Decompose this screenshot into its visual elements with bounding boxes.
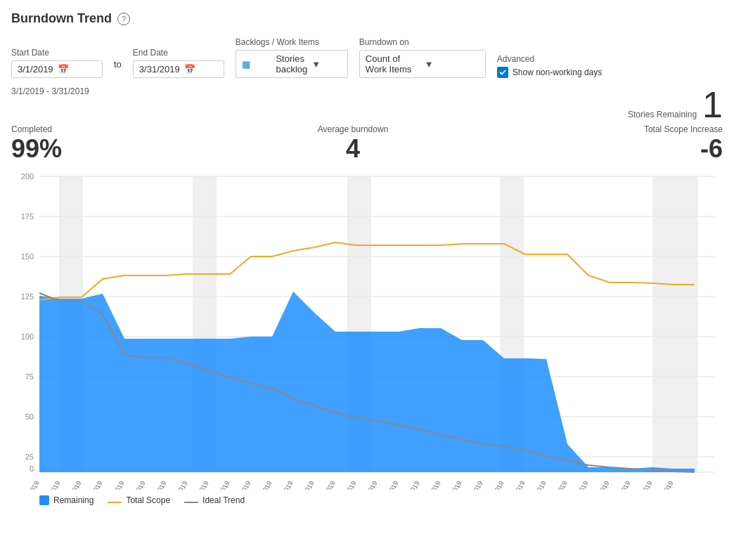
- show-nonworking-checkbox[interactable]: [497, 67, 508, 78]
- backlogs-value: Stories backlog: [276, 53, 307, 74]
- svg-text:3/17/2019: 3/17/2019: [357, 480, 379, 490]
- svg-text:100: 100: [21, 332, 34, 341]
- backlogs-dropdown[interactable]: ▦ Stories backlog ▼: [236, 50, 348, 78]
- stories-remaining-value: 1: [702, 86, 723, 123]
- svg-text:3/5/2019: 3/5/2019: [106, 480, 126, 490]
- svg-text:3/12/2019: 3/12/2019: [252, 480, 273, 490]
- avg-burndown-value: 4: [346, 134, 360, 164]
- show-nonworking-row: Show non-working days: [497, 67, 602, 78]
- svg-text:3/25/2019: 3/25/2019: [526, 480, 548, 490]
- svg-text:3/2/2019: 3/2/2019: [42, 480, 62, 490]
- calendar-icon-2: 📅: [184, 64, 195, 74]
- backlogs-group: Backlogs / Work Items ▦ Stories backlog …: [236, 37, 348, 78]
- svg-text:3/24/2019: 3/24/2019: [505, 480, 527, 490]
- svg-text:3/10/2019: 3/10/2019: [210, 480, 231, 490]
- total-scope-color: [108, 502, 122, 503]
- ideal-trend-color: [184, 502, 198, 503]
- legend-total-scope: Total Scope: [108, 495, 170, 505]
- svg-text:25: 25: [25, 452, 34, 461]
- svg-text:0: 0: [30, 464, 34, 473]
- svg-text:75: 75: [25, 372, 34, 381]
- svg-text:3/19/2019: 3/19/2019: [399, 480, 421, 490]
- end-date-input[interactable]: 3/31/2019 📅: [133, 60, 224, 78]
- total-scope-label: Total Scope: [126, 495, 170, 505]
- svg-text:3/28/2019: 3/28/2019: [589, 480, 611, 490]
- svg-text:3/23/2019: 3/23/2019: [484, 480, 506, 490]
- svg-text:3/1/2019: 3/1/2019: [21, 480, 41, 490]
- svg-text:175: 175: [21, 212, 34, 221]
- help-icon[interactable]: ?: [117, 13, 130, 25]
- start-date-input[interactable]: 3/1/2019 📅: [11, 60, 103, 78]
- advanced-group: Advanced Show non-working days: [497, 54, 602, 78]
- svg-text:3/15/2019: 3/15/2019: [315, 480, 337, 490]
- page: Burndown Trend ? Start Date 3/1/2019 📅 t…: [0, 0, 734, 560]
- ideal-trend-label: Ideal Trend: [202, 495, 245, 505]
- completed-value: 99%: [11, 134, 62, 164]
- top-stats: Completed 99% Average burndown 4 Total S…: [11, 124, 723, 164]
- svg-rect-22: [652, 176, 698, 472]
- svg-text:3/27/2019: 3/27/2019: [568, 480, 590, 490]
- total-scope-label: Total Scope Increase: [644, 124, 723, 134]
- burndown-value: Count of Work Items: [366, 53, 420, 74]
- avg-burndown-stat: Average burndown 4: [318, 124, 389, 164]
- svg-text:50: 50: [25, 412, 34, 421]
- chart-area: 200 175 150 125 100 75 50 25 0: [11, 167, 723, 505]
- svg-text:3/4/2019: 3/4/2019: [84, 480, 104, 490]
- burndown-chart: 200 175 150 125 100 75 50 25 0: [11, 167, 721, 490]
- total-scope-value: -6: [700, 134, 723, 164]
- start-date-group: Start Date 3/1/2019 📅: [11, 48, 103, 78]
- burndown-group: Burndown on Count of Work Items ▼: [359, 37, 486, 78]
- end-date-group: End Date 3/31/2019 📅: [133, 48, 224, 78]
- controls-row: Start Date 3/1/2019 📅 to End Date 3/31/2…: [11, 37, 723, 78]
- end-date-value: 3/31/2019: [139, 64, 180, 74]
- advanced-label: Advanced: [497, 54, 602, 64]
- start-date-value: 3/1/2019: [18, 64, 53, 74]
- page-title: Burndown Trend: [11, 11, 112, 26]
- svg-text:3/31/2019: 3/31/2019: [653, 480, 675, 490]
- backlog-icon: ▦: [242, 59, 272, 70]
- svg-text:3/22/2019: 3/22/2019: [463, 480, 484, 490]
- svg-text:3/18/2019: 3/18/2019: [378, 480, 400, 490]
- svg-text:3/9/2019: 3/9/2019: [191, 480, 210, 490]
- completed-label: Completed: [11, 124, 62, 134]
- svg-text:3/30/2019: 3/30/2019: [632, 480, 654, 490]
- svg-text:3/14/2019: 3/14/2019: [294, 480, 316, 490]
- svg-text:3/3/2019: 3/3/2019: [63, 480, 83, 490]
- avg-burndown-label: Average burndown: [318, 124, 389, 134]
- legend-row: Remaining Total Scope Ideal Trend: [11, 495, 723, 505]
- to-label: to: [114, 59, 122, 75]
- svg-text:3/6/2019: 3/6/2019: [127, 480, 147, 490]
- svg-text:3/16/2019: 3/16/2019: [336, 480, 358, 490]
- total-scope-stat: Total Scope Increase -6: [644, 124, 723, 164]
- svg-text:3/13/2019: 3/13/2019: [273, 480, 295, 490]
- backlogs-label: Backlogs / Work Items: [236, 37, 348, 47]
- remaining-label: Remaining: [53, 495, 94, 505]
- burndown-dropdown[interactable]: Count of Work Items ▼: [359, 50, 486, 78]
- remaining-color: [39, 495, 49, 505]
- chevron-down-icon-2: ▼: [425, 59, 479, 70]
- stories-remaining-label: Stories Remaining: [628, 110, 697, 121]
- legend-ideal-trend: Ideal Trend: [184, 495, 245, 505]
- svg-text:3/20/2019: 3/20/2019: [420, 480, 442, 490]
- svg-text:3/21/2019: 3/21/2019: [442, 480, 463, 490]
- svg-text:3/7/2019: 3/7/2019: [148, 480, 168, 490]
- start-date-label: Start Date: [11, 48, 103, 58]
- chevron-down-icon: ▼: [311, 59, 342, 70]
- completed-stat: Completed 99%: [11, 124, 62, 164]
- date-range: 3/1/2019 - 3/31/2019: [11, 86, 89, 96]
- svg-text:200: 200: [21, 172, 34, 181]
- svg-text:3/29/2019: 3/29/2019: [610, 480, 632, 490]
- svg-text:3/26/2019: 3/26/2019: [547, 480, 569, 490]
- svg-text:150: 150: [21, 252, 34, 261]
- show-nonworking-label: Show non-working days: [513, 67, 602, 77]
- svg-text:125: 125: [21, 292, 34, 301]
- calendar-icon: 📅: [58, 64, 69, 74]
- end-date-label: End Date: [133, 48, 224, 58]
- legend-remaining: Remaining: [39, 495, 94, 505]
- svg-text:3/11/2019: 3/11/2019: [231, 480, 252, 490]
- title-row: Burndown Trend ?: [11, 11, 723, 26]
- burndown-label: Burndown on: [359, 37, 486, 47]
- svg-text:3/8/2019: 3/8/2019: [169, 480, 189, 490]
